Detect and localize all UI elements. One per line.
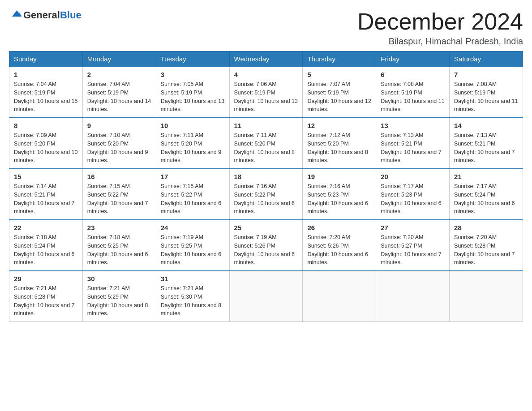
day-info: Sunrise: 7:17 AM Sunset: 5:24 PM Dayligh…: [454, 182, 518, 216]
day-info: Sunrise: 7:20 AM Sunset: 5:27 PM Dayligh…: [381, 233, 445, 267]
day-number: 7: [454, 71, 518, 78]
day-number: 13: [381, 122, 445, 129]
logo-general-text: General: [23, 9, 60, 21]
calendar-cell: 6 Sunrise: 7:08 AM Sunset: 5:19 PM Dayli…: [376, 67, 450, 118]
calendar-cell: 16 Sunrise: 7:15 AM Sunset: 5:22 PM Dayl…: [82, 169, 156, 220]
calendar-cell: 5 Sunrise: 7:07 AM Sunset: 5:19 PM Dayli…: [303, 67, 376, 118]
day-number: 24: [161, 224, 225, 231]
day-info: Sunrise: 7:08 AM Sunset: 5:19 PM Dayligh…: [454, 80, 518, 114]
day-number: 3: [161, 71, 225, 78]
day-info: Sunrise: 7:11 AM Sunset: 5:20 PM Dayligh…: [161, 131, 225, 165]
calendar-cell: 26 Sunrise: 7:20 AM Sunset: 5:26 PM Dayl…: [303, 220, 376, 271]
weekday-header-thursday: Thursday: [303, 51, 376, 67]
day-info: Sunrise: 7:04 AM Sunset: 5:19 PM Dayligh…: [87, 80, 151, 114]
calendar-cell: 21 Sunrise: 7:17 AM Sunset: 5:24 PM Dayl…: [450, 169, 523, 220]
day-info: Sunrise: 7:05 AM Sunset: 5:19 PM Dayligh…: [161, 80, 225, 114]
day-number: 20: [381, 173, 445, 180]
day-number: 5: [307, 71, 371, 78]
calendar-cell: 29 Sunrise: 7:21 AM Sunset: 5:28 PM Dayl…: [9, 271, 83, 322]
calendar-cell: 11 Sunrise: 7:11 AM Sunset: 5:20 PM Dayl…: [229, 118, 303, 169]
day-info: Sunrise: 7:19 AM Sunset: 5:26 PM Dayligh…: [234, 233, 298, 267]
day-info: Sunrise: 7:11 AM Sunset: 5:20 PM Dayligh…: [234, 131, 298, 165]
day-number: 22: [14, 224, 78, 231]
day-number: 29: [14, 275, 78, 283]
day-info: Sunrise: 7:07 AM Sunset: 5:19 PM Dayligh…: [307, 80, 371, 114]
day-number: 18: [234, 173, 298, 180]
calendar-cell: 1 Sunrise: 7:04 AM Sunset: 5:19 PM Dayli…: [9, 67, 83, 118]
day-info: Sunrise: 7:08 AM Sunset: 5:19 PM Dayligh…: [381, 80, 445, 114]
day-info: Sunrise: 7:09 AM Sunset: 5:20 PM Dayligh…: [14, 131, 78, 165]
calendar-cell: 23 Sunrise: 7:18 AM Sunset: 5:25 PM Dayl…: [82, 220, 156, 271]
day-info: Sunrise: 7:14 AM Sunset: 5:21 PM Dayligh…: [14, 182, 78, 216]
week-row-2: 8 Sunrise: 7:09 AM Sunset: 5:20 PM Dayli…: [9, 118, 523, 169]
day-number: 12: [307, 122, 371, 129]
week-row-4: 22 Sunrise: 7:18 AM Sunset: 5:24 PM Dayl…: [9, 220, 523, 271]
week-row-5: 29 Sunrise: 7:21 AM Sunset: 5:28 PM Dayl…: [9, 271, 523, 322]
day-info: Sunrise: 7:16 AM Sunset: 5:22 PM Dayligh…: [234, 182, 298, 216]
day-number: 28: [454, 224, 518, 231]
day-info: Sunrise: 7:18 AM Sunset: 5:24 PM Dayligh…: [14, 233, 78, 267]
calendar-cell: 18 Sunrise: 7:16 AM Sunset: 5:22 PM Dayl…: [229, 169, 303, 220]
calendar-table: SundayMondayTuesdayWednesdayThursdayFrid…: [9, 51, 523, 322]
calendar-cell: 14 Sunrise: 7:13 AM Sunset: 5:21 PM Dayl…: [450, 118, 523, 169]
calendar-cell: 28 Sunrise: 7:20 AM Sunset: 5:28 PM Dayl…: [450, 220, 523, 271]
calendar-cell: 17 Sunrise: 7:15 AM Sunset: 5:22 PM Dayl…: [156, 169, 229, 220]
weekday-header-tuesday: Tuesday: [156, 51, 229, 67]
day-number: 17: [161, 173, 225, 180]
page-header: GeneralBlue December 2024 Bilaspur, Hima…: [9, 9, 523, 47]
calendar-cell: 25 Sunrise: 7:19 AM Sunset: 5:26 PM Dayl…: [229, 220, 303, 271]
day-info: Sunrise: 7:04 AM Sunset: 5:19 PM Dayligh…: [14, 80, 78, 114]
day-info: Sunrise: 7:20 AM Sunset: 5:26 PM Dayligh…: [307, 233, 371, 267]
title-area: December 2024 Bilaspur, Himachal Pradesh…: [357, 9, 523, 47]
day-info: Sunrise: 7:10 AM Sunset: 5:20 PM Dayligh…: [87, 131, 151, 165]
day-number: 26: [307, 224, 371, 231]
day-info: Sunrise: 7:21 AM Sunset: 5:28 PM Dayligh…: [14, 284, 78, 318]
day-number: 23: [87, 224, 151, 231]
day-number: 30: [87, 275, 151, 283]
calendar-cell: 4 Sunrise: 7:06 AM Sunset: 5:19 PM Dayli…: [229, 67, 303, 118]
calendar-cell: [450, 271, 523, 322]
day-info: Sunrise: 7:16 AM Sunset: 5:23 PM Dayligh…: [307, 182, 371, 216]
calendar-subtitle: Bilaspur, Himachal Pradesh, India: [357, 36, 523, 47]
calendar-cell: [376, 271, 450, 322]
weekday-header-sunday: Sunday: [9, 51, 83, 67]
calendar-cell: 24 Sunrise: 7:19 AM Sunset: 5:25 PM Dayl…: [156, 220, 229, 271]
day-number: 19: [307, 173, 371, 180]
day-number: 31: [161, 275, 225, 283]
day-number: 16: [87, 173, 151, 180]
calendar-cell: 22 Sunrise: 7:18 AM Sunset: 5:24 PM Dayl…: [9, 220, 83, 271]
day-info: Sunrise: 7:13 AM Sunset: 5:21 PM Dayligh…: [381, 131, 445, 165]
calendar-cell: 20 Sunrise: 7:17 AM Sunset: 5:23 PM Dayl…: [376, 169, 450, 220]
day-number: 27: [381, 224, 445, 231]
calendar-cell: 10 Sunrise: 7:11 AM Sunset: 5:20 PM Dayl…: [156, 118, 229, 169]
logo-blue-text: Blue: [60, 9, 82, 21]
day-info: Sunrise: 7:18 AM Sunset: 5:25 PM Dayligh…: [87, 233, 151, 267]
calendar-cell: [229, 271, 303, 322]
calendar-cell: 8 Sunrise: 7:09 AM Sunset: 5:20 PM Dayli…: [9, 118, 83, 169]
calendar-cell: 9 Sunrise: 7:10 AM Sunset: 5:20 PM Dayli…: [82, 118, 156, 169]
day-number: 11: [234, 122, 298, 129]
calendar-cell: 13 Sunrise: 7:13 AM Sunset: 5:21 PM Dayl…: [376, 118, 450, 169]
calendar-cell: 3 Sunrise: 7:05 AM Sunset: 5:19 PM Dayli…: [156, 67, 229, 118]
day-number: 6: [381, 71, 445, 78]
day-number: 2: [87, 71, 151, 78]
weekday-header-monday: Monday: [82, 51, 156, 67]
calendar-cell: [303, 271, 376, 322]
day-number: 21: [454, 173, 518, 180]
day-info: Sunrise: 7:21 AM Sunset: 5:30 PM Dayligh…: [161, 284, 225, 318]
day-info: Sunrise: 7:15 AM Sunset: 5:22 PM Dayligh…: [161, 182, 225, 216]
calendar-cell: 30 Sunrise: 7:21 AM Sunset: 5:29 PM Dayl…: [82, 271, 156, 322]
day-number: 4: [234, 71, 298, 78]
weekday-header-row: SundayMondayTuesdayWednesdayThursdayFrid…: [9, 51, 523, 67]
weekday-header-saturday: Saturday: [450, 51, 523, 67]
calendar-cell: 7 Sunrise: 7:08 AM Sunset: 5:19 PM Dayli…: [450, 67, 523, 118]
week-row-3: 15 Sunrise: 7:14 AM Sunset: 5:21 PM Dayl…: [9, 169, 523, 220]
day-info: Sunrise: 7:13 AM Sunset: 5:21 PM Dayligh…: [454, 131, 518, 165]
day-info: Sunrise: 7:20 AM Sunset: 5:28 PM Dayligh…: [454, 233, 518, 267]
day-info: Sunrise: 7:17 AM Sunset: 5:23 PM Dayligh…: [381, 182, 445, 216]
week-row-1: 1 Sunrise: 7:04 AM Sunset: 5:19 PM Dayli…: [9, 67, 523, 118]
day-info: Sunrise: 7:15 AM Sunset: 5:22 PM Dayligh…: [87, 182, 151, 216]
calendar-cell: 27 Sunrise: 7:20 AM Sunset: 5:27 PM Dayl…: [376, 220, 450, 271]
calendar-cell: 2 Sunrise: 7:04 AM Sunset: 5:19 PM Dayli…: [82, 67, 156, 118]
weekday-header-friday: Friday: [376, 51, 450, 67]
